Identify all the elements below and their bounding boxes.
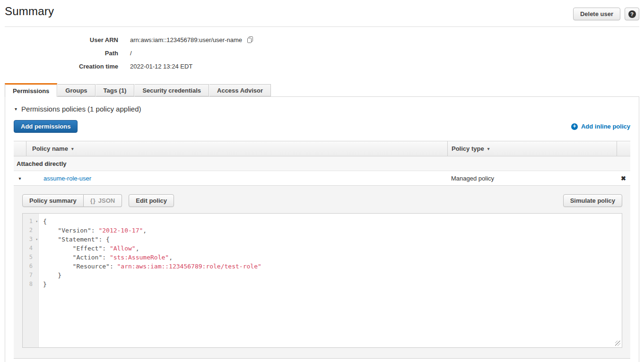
line-number: 3 [29,236,33,242]
gutter-cell: 4 [23,244,38,253]
column-policy-name[interactable]: Policy name ▾ [26,141,447,156]
code-plain: { [43,218,47,225]
editor-line: 7 } [23,271,622,280]
code-plain: } [43,281,47,288]
policy-name-link[interactable]: assume-role-user [44,175,91,182]
expand-caret-icon: ▾ [18,176,21,181]
tab-bar: Permissions Groups Tags (1) Security cre… [0,83,644,96]
code-plain: , [136,245,139,252]
attached-directly-group-row: Attached directly [14,156,630,171]
line-number: 4 [29,245,33,251]
policy-detail-panel: Policy summary {} JSON Edit policy Simul… [14,186,630,359]
policy-table: Policy name ▾ Policy type ▾ Attached dir… [14,141,630,359]
code-line: } [38,280,47,289]
editor-resize-handle[interactable] [615,341,620,346]
editor-line: 5 "Action": "sts:AssumeRole", [23,253,622,262]
field-value: / [130,50,132,57]
field-value: 2022-01-12 13:24 EDT [130,63,192,70]
code-plain: } [43,272,61,279]
creation-time-value: 2022-01-12 13:24 EDT [130,63,192,70]
field-label: Creation time [0,63,118,70]
code-plain: "Effect": [43,245,110,252]
json-policy-editor[interactable]: 1▾ { 2 "Version": "2012-10-17", 3▾ "Stat… [22,213,622,348]
fold-caret-icon[interactable]: ▾ [35,235,38,244]
line-number: 6 [29,263,33,269]
editor-line: 2 "Version": "2012-10-17", [23,226,622,235]
header-actions: Delete user ? [573,5,639,20]
actions-column-header [617,141,630,156]
code-plain: "Action": [43,254,110,261]
field-row-creation-time: Creation time 2022-01-12 13:24 EDT [0,60,644,73]
tab-tags[interactable]: Tags (1) [96,84,135,96]
permissions-tab-panel: ▾ Permissions policies (1 policy applied… [5,96,639,362]
page-header: Summary Delete user ? [0,0,644,20]
add-inline-policy-label: Add inline policy [581,123,630,130]
policy-name-header-label: Policy name [32,145,68,152]
column-policy-type[interactable]: Policy type ▾ [447,141,617,156]
field-value: arn:aws:iam::123456789:user/user-name [130,36,254,43]
field-label: Path [0,50,118,57]
gutter-cell: 2 [23,226,38,235]
editor-lines: 1▾ { 2 "Version": "2012-10-17", 3▾ "Stat… [23,214,622,289]
plus-icon: + [571,123,578,130]
code-plain: , [169,254,173,261]
code-string: "arn:aws:iam::123456789:role/test-role" [117,263,261,270]
view-toggle-group: Policy summary {} JSON [22,194,122,207]
code-string: "sts:AssumeRole" [110,254,169,261]
code-plain: , [143,227,147,234]
editor-line: 1▾ { [23,217,622,226]
policy-remove-cell: ✖ [617,175,630,182]
section-title: Permissions policies (1 policy applied) [21,105,141,113]
code-line: } [38,271,61,280]
tab-groups[interactable]: Groups [58,84,95,96]
edit-policy-button[interactable]: Edit policy [129,194,174,207]
code-plain: "Statement": { [43,236,110,243]
gutter-cell: 7 [23,271,38,280]
row-expander-toggle[interactable]: ▾ [14,176,26,181]
line-number: 7 [29,272,33,278]
collapse-caret-icon: ▾ [15,106,17,112]
policy-detail-actions: Policy summary {} JSON Edit policy Simul… [22,194,622,207]
line-number: 2 [29,227,33,233]
user-arn-value: arn:aws:iam::123456789:user/user-name [130,36,242,43]
json-view-button[interactable]: {} JSON [84,194,122,207]
expander-column-header [14,141,26,156]
sort-caret-icon: ▾ [487,147,490,151]
field-row-path: Path / [0,46,644,60]
tab-access-advisor[interactable]: Access Advisor [209,84,271,96]
code-string: "Allow" [110,245,136,252]
delete-user-button[interactable]: Delete user [573,8,620,20]
tab-security-credentials[interactable]: Security credentials [135,84,209,96]
json-button-label: JSON [98,197,115,204]
detach-policy-icon[interactable]: ✖ [621,175,626,182]
gutter-cell: 3▾ [23,235,38,244]
permissions-policies-section-toggle[interactable]: ▾ Permissions policies (1 policy applied… [5,97,639,113]
add-permissions-button[interactable]: Add permissions [14,120,78,133]
code-line: "Statement": { [38,235,110,244]
copy-icon[interactable] [246,36,254,43]
code-plain: "Version": [43,227,98,234]
code-line: "Resource": "arn:aws:iam::123456789:role… [38,262,261,271]
code-line: "Version": "2012-10-17", [38,226,147,235]
policy-type-header-label: Policy type [452,145,484,152]
json-brace-icon: {} [90,197,96,204]
policy-actions-row: Add permissions + Add inline policy [5,120,639,133]
editor-line: 8 } [23,280,622,289]
add-inline-policy-link[interactable]: + Add inline policy [571,123,630,130]
question-icon: ? [628,10,636,18]
code-plain: "Resource": [43,263,117,270]
simulate-policy-button[interactable]: Simulate policy [563,194,622,207]
field-label: User ARN [0,36,118,43]
sort-caret-icon: ▾ [71,147,74,151]
user-details: User ARN arn:aws:iam::123456789:user/use… [0,33,644,73]
gutter-cell: 1▾ [23,217,38,226]
line-number: 8 [29,281,33,287]
fold-caret-icon[interactable]: ▾ [35,217,38,226]
tab-permissions[interactable]: Permissions [5,83,57,97]
line-number: 1 [29,218,33,224]
editor-line: 6 "Resource": "arn:aws:iam::123456789:ro… [23,262,622,271]
policy-summary-button[interactable]: Policy summary [22,194,84,207]
help-button[interactable]: ? [625,8,639,20]
gutter-cell: 8 [23,280,38,289]
field-row-user-arn: User ARN arn:aws:iam::123456789:user/use… [0,33,644,46]
